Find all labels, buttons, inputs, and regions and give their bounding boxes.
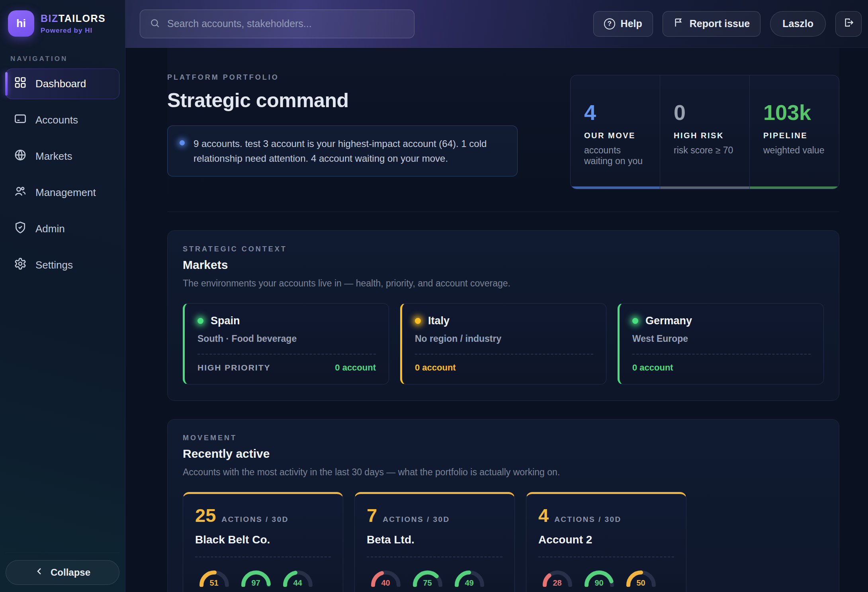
collapse-button[interactable]: Collapse bbox=[6, 560, 119, 585]
grid-icon bbox=[14, 76, 27, 92]
logout-icon bbox=[843, 17, 854, 30]
gauge-row: 51H97O44R bbox=[195, 567, 331, 592]
status-dot-icon bbox=[415, 318, 421, 324]
gauge-arc: 40 bbox=[369, 567, 403, 587]
market-meta: South · Food beverage bbox=[197, 333, 376, 344]
activity-card-account-2[interactable]: 4 ACTIONS / 30D Account 2 28H90O50R bbox=[526, 492, 686, 592]
market-meta: No region / industry bbox=[415, 333, 593, 344]
gauge-value: 75 bbox=[423, 578, 432, 588]
stat-sub: accounts waiting on you bbox=[584, 145, 646, 167]
stat-accent-bar bbox=[571, 186, 660, 189]
logout-button[interactable] bbox=[835, 11, 862, 37]
gauge-h: 40H bbox=[367, 567, 405, 592]
hero-left: PLATFORM PORTFOLIO Strategic command 9 a… bbox=[167, 73, 518, 176]
gauge-arc: 51 bbox=[197, 567, 231, 587]
gauge-r: 49R bbox=[450, 567, 488, 592]
sidebar-item-dashboard[interactable]: Dashboard bbox=[6, 69, 119, 99]
market-card-spain[interactable]: Spain South · Food beverage HIGH PRIORIT… bbox=[183, 303, 389, 384]
activity-count: 7 bbox=[367, 504, 377, 526]
market-name: Italy bbox=[428, 315, 450, 327]
market-head: Germany bbox=[632, 315, 811, 327]
market-card-italy[interactable]: Italy No region / industry 0 account bbox=[400, 303, 606, 384]
stat-high-risk: 0 HIGH RISK risk score ≥ 70 bbox=[660, 75, 749, 189]
stat-value: 0 bbox=[674, 100, 736, 125]
movement-description: Accounts with the most activity in the l… bbox=[183, 467, 824, 478]
markets-section: STRATEGIC CONTEXT Markets The environmen… bbox=[167, 230, 839, 401]
help-button[interactable]: ? Help bbox=[593, 11, 653, 37]
insight-box: 9 accounts. test 3 account is your highe… bbox=[167, 125, 518, 176]
gauge-r: 44R bbox=[279, 567, 317, 592]
market-head: Spain bbox=[197, 315, 376, 327]
flag-icon bbox=[673, 17, 684, 30]
brand-logo: hi bbox=[8, 10, 34, 37]
market-account-count: 0 account bbox=[335, 363, 376, 373]
activity-grid: 25 ACTIONS / 30D Black Belt Co. 51H97O44… bbox=[183, 492, 824, 592]
gauge-h: 51H bbox=[195, 567, 233, 592]
search-box bbox=[140, 10, 414, 38]
globe-icon bbox=[14, 149, 27, 164]
sidebar-item-admin[interactable]: Admin bbox=[6, 214, 119, 244]
gauge-o: 90O bbox=[580, 567, 618, 592]
credit-card-icon bbox=[14, 112, 27, 128]
gauge-value: 97 bbox=[251, 578, 260, 588]
sidebar-bottom: Collapse bbox=[6, 553, 119, 585]
stat-our-move: 4 OUR MOVE accounts waiting on you bbox=[571, 75, 660, 189]
markets-title: Markets bbox=[183, 258, 824, 272]
dashed-divider bbox=[415, 354, 593, 355]
activity-suffix: ACTIONS / 30D bbox=[383, 515, 450, 524]
account-name: Account 2 bbox=[538, 533, 674, 546]
collapse-label: Collapse bbox=[51, 567, 90, 578]
insight-text: 9 accounts. test 3 account is your highe… bbox=[194, 136, 505, 166]
gauge-value: 44 bbox=[293, 578, 302, 588]
market-priority: HIGH PRIORITY bbox=[197, 363, 271, 372]
search-icon bbox=[150, 18, 160, 30]
user-label: Laszlo bbox=[782, 18, 813, 29]
page-title: Strategic command bbox=[167, 89, 518, 112]
status-dot-icon bbox=[197, 318, 203, 324]
sidebar-item-management[interactable]: Management bbox=[6, 177, 119, 208]
gauge-arc: 49 bbox=[453, 567, 486, 587]
search-input[interactable] bbox=[167, 18, 405, 29]
sidebar-item-label: Dashboard bbox=[35, 78, 86, 90]
markets-description: The environments your accounts live in —… bbox=[183, 278, 824, 289]
hero-section: PLATFORM PORTFOLIO Strategic command 9 a… bbox=[167, 48, 839, 212]
brand-tagline: Powered by HI bbox=[41, 27, 106, 35]
stat-label: HIGH RISK bbox=[674, 131, 736, 140]
gauge-h: 28H bbox=[538, 567, 576, 592]
gear-icon bbox=[14, 257, 27, 273]
activity-top: 4 ACTIONS / 30D bbox=[538, 504, 674, 526]
stat-label: PIPELINE bbox=[763, 131, 825, 140]
gauge-arc: 50 bbox=[624, 567, 658, 587]
shield-check-icon bbox=[14, 221, 27, 237]
market-footer: 0 account bbox=[632, 363, 811, 373]
brand-name-suffix: TAILORS bbox=[59, 13, 106, 24]
sidebar: hi BIZTAILORS Powered by HI NAVIGATION D… bbox=[0, 0, 125, 592]
gauge-value: 49 bbox=[465, 578, 473, 588]
activity-count: 25 bbox=[195, 504, 216, 526]
market-account-count: 0 account bbox=[415, 363, 456, 373]
stat-accent-bar bbox=[750, 186, 839, 189]
market-account-count: 0 account bbox=[632, 363, 673, 373]
activity-card-black-belt-co[interactable]: 25 ACTIONS / 30D Black Belt Co. 51H97O44… bbox=[183, 492, 343, 592]
help-circle-icon: ? bbox=[604, 18, 615, 29]
sidebar-item-markets[interactable]: Markets bbox=[6, 141, 119, 172]
sidebar-item-label: Management bbox=[35, 186, 96, 199]
report-issue-button[interactable]: Report issue bbox=[663, 11, 760, 37]
users-icon bbox=[14, 185, 27, 200]
sidebar-item-label: Admin bbox=[35, 223, 65, 235]
account-name: Beta Ltd. bbox=[367, 533, 502, 546]
gauge-r: 50R bbox=[622, 567, 660, 592]
sidebar-item-accounts[interactable]: Accounts bbox=[6, 105, 119, 135]
stat-pipeline: 103k PIPELINE weighted value bbox=[749, 75, 839, 189]
sidebar-item-settings[interactable]: Settings bbox=[6, 250, 119, 280]
user-button[interactable]: Laszlo bbox=[770, 11, 826, 37]
market-card-germany[interactable]: Germany West Europe 0 account bbox=[618, 303, 824, 384]
gauge-value: 90 bbox=[594, 578, 603, 588]
brand-name-prefix: BIZ bbox=[41, 13, 59, 24]
dashed-divider bbox=[367, 557, 502, 557]
activity-card-beta-ltd[interactable]: 7 ACTIONS / 30D Beta Ltd. 40H75O49R bbox=[354, 492, 515, 592]
activity-suffix: ACTIONS / 30D bbox=[554, 515, 622, 524]
dashed-divider bbox=[538, 557, 674, 557]
market-meta: West Europe bbox=[632, 333, 811, 344]
gauge-value: 40 bbox=[381, 578, 390, 588]
